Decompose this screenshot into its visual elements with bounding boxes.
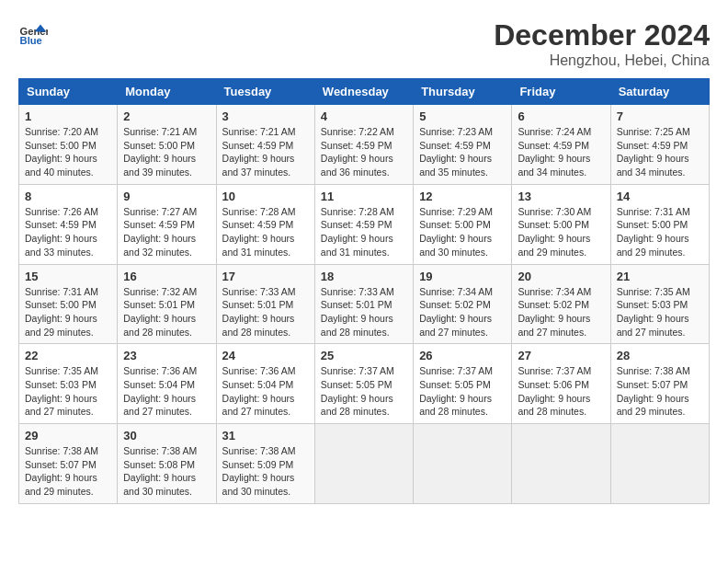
day-info: Sunrise: 7:36 AMSunset: 5:04 PMDaylight:… bbox=[222, 364, 309, 419]
calendar-cell: 29Sunrise: 7:38 AMSunset: 5:07 PMDayligh… bbox=[19, 424, 118, 504]
week-row-4: 22Sunrise: 7:35 AMSunset: 5:03 PMDayligh… bbox=[19, 344, 710, 424]
calendar-cell: 18Sunrise: 7:33 AMSunset: 5:01 PMDayligh… bbox=[314, 264, 413, 344]
day-number: 29 bbox=[25, 429, 111, 442]
calendar-cell: 7Sunrise: 7:25 AMSunset: 4:59 PMDaylight… bbox=[610, 105, 709, 185]
day-number: 31 bbox=[222, 429, 309, 442]
header-friday: Friday bbox=[512, 79, 610, 105]
header-wednesday: Wednesday bbox=[314, 79, 413, 105]
day-info: Sunrise: 7:24 AMSunset: 4:59 PMDaylight:… bbox=[518, 125, 604, 179]
day-number: 22 bbox=[25, 349, 111, 362]
header-sunday: Sunday bbox=[19, 79, 118, 105]
day-number: 14 bbox=[617, 190, 703, 203]
page-wrapper: General Blue December 2024 Hengzhou, Heb… bbox=[18, 18, 710, 504]
day-number: 20 bbox=[518, 270, 604, 283]
day-number: 5 bbox=[419, 109, 506, 123]
day-info: Sunrise: 7:28 AMSunset: 4:59 PMDaylight:… bbox=[321, 205, 407, 259]
day-info: Sunrise: 7:35 AMSunset: 5:03 PMDaylight:… bbox=[25, 364, 111, 419]
calendar-cell: 9Sunrise: 7:27 AMSunset: 4:59 PMDaylight… bbox=[118, 184, 216, 264]
day-number: 19 bbox=[419, 270, 506, 283]
day-info: Sunrise: 7:21 AMSunset: 5:00 PMDaylight:… bbox=[123, 125, 210, 179]
day-number: 27 bbox=[518, 349, 604, 362]
location: Hengzhou, Hebei, China bbox=[494, 52, 710, 69]
day-number: 13 bbox=[518, 190, 604, 203]
header-thursday: Thursday bbox=[414, 79, 512, 105]
day-number: 2 bbox=[123, 109, 210, 123]
header-monday: Monday bbox=[118, 79, 216, 105]
calendar-cell bbox=[512, 424, 610, 504]
calendar-cell: 17Sunrise: 7:33 AMSunset: 5:01 PMDayligh… bbox=[216, 264, 314, 344]
day-number: 26 bbox=[419, 349, 506, 362]
page-header: General Blue December 2024 Hengzhou, Heb… bbox=[18, 18, 710, 69]
day-info: Sunrise: 7:37 AMSunset: 5:05 PMDaylight:… bbox=[419, 364, 506, 419]
day-info: Sunrise: 7:37 AMSunset: 5:05 PMDaylight:… bbox=[321, 364, 407, 419]
day-info: Sunrise: 7:33 AMSunset: 5:01 PMDaylight:… bbox=[222, 285, 309, 339]
day-info: Sunrise: 7:38 AMSunset: 5:09 PMDaylight:… bbox=[222, 444, 309, 499]
day-number: 10 bbox=[222, 190, 309, 203]
calendar-cell bbox=[610, 424, 709, 504]
calendar-cell: 12Sunrise: 7:29 AMSunset: 5:00 PMDayligh… bbox=[414, 184, 512, 264]
week-row-2: 8Sunrise: 7:26 AMSunset: 4:59 PMDaylight… bbox=[19, 184, 710, 264]
calendar-cell: 13Sunrise: 7:30 AMSunset: 5:00 PMDayligh… bbox=[512, 184, 610, 264]
calendar-cell bbox=[414, 424, 512, 504]
day-info: Sunrise: 7:23 AMSunset: 4:59 PMDaylight:… bbox=[419, 125, 506, 179]
day-number: 25 bbox=[321, 349, 407, 362]
calendar-cell: 31Sunrise: 7:38 AMSunset: 5:09 PMDayligh… bbox=[216, 424, 314, 504]
day-info: Sunrise: 7:31 AMSunset: 5:00 PMDaylight:… bbox=[617, 205, 703, 259]
day-info: Sunrise: 7:20 AMSunset: 5:00 PMDaylight:… bbox=[25, 125, 111, 179]
day-number: 3 bbox=[222, 109, 309, 123]
day-info: Sunrise: 7:31 AMSunset: 5:00 PMDaylight:… bbox=[25, 285, 111, 339]
calendar-cell: 2Sunrise: 7:21 AMSunset: 5:00 PMDaylight… bbox=[118, 105, 216, 185]
day-info: Sunrise: 7:34 AMSunset: 5:02 PMDaylight:… bbox=[518, 285, 604, 339]
day-number: 4 bbox=[321, 109, 407, 123]
day-info: Sunrise: 7:33 AMSunset: 5:01 PMDaylight:… bbox=[321, 285, 407, 339]
calendar-cell: 14Sunrise: 7:31 AMSunset: 5:00 PMDayligh… bbox=[610, 184, 709, 264]
day-number: 28 bbox=[617, 349, 703, 362]
day-number: 7 bbox=[617, 109, 703, 123]
week-row-1: 1Sunrise: 7:20 AMSunset: 5:00 PMDaylight… bbox=[19, 105, 710, 185]
calendar-cell: 1Sunrise: 7:20 AMSunset: 5:00 PMDaylight… bbox=[19, 105, 118, 185]
day-info: Sunrise: 7:30 AMSunset: 5:00 PMDaylight:… bbox=[518, 205, 604, 259]
calendar-cell: 15Sunrise: 7:31 AMSunset: 5:00 PMDayligh… bbox=[19, 264, 118, 344]
calendar-cell: 30Sunrise: 7:38 AMSunset: 5:08 PMDayligh… bbox=[118, 424, 216, 504]
day-number: 15 bbox=[25, 270, 111, 283]
day-number: 21 bbox=[617, 270, 703, 283]
day-info: Sunrise: 7:34 AMSunset: 5:02 PMDaylight:… bbox=[419, 285, 506, 339]
calendar-cell: 11Sunrise: 7:28 AMSunset: 4:59 PMDayligh… bbox=[314, 184, 413, 264]
day-info: Sunrise: 7:32 AMSunset: 5:01 PMDaylight:… bbox=[123, 285, 210, 339]
calendar-cell: 28Sunrise: 7:38 AMSunset: 5:07 PMDayligh… bbox=[610, 344, 709, 424]
svg-text:Blue: Blue bbox=[20, 35, 42, 46]
logo-icon: General Blue bbox=[18, 18, 48, 48]
day-number: 11 bbox=[321, 190, 407, 203]
calendar-cell: 20Sunrise: 7:34 AMSunset: 5:02 PMDayligh… bbox=[512, 264, 610, 344]
day-info: Sunrise: 7:38 AMSunset: 5:07 PMDaylight:… bbox=[25, 444, 111, 499]
calendar-cell: 5Sunrise: 7:23 AMSunset: 4:59 PMDaylight… bbox=[414, 105, 512, 185]
month-title: December 2024 bbox=[494, 18, 710, 52]
calendar-cell: 25Sunrise: 7:37 AMSunset: 5:05 PMDayligh… bbox=[314, 344, 413, 424]
calendar-cell: 24Sunrise: 7:36 AMSunset: 5:04 PMDayligh… bbox=[216, 344, 314, 424]
day-number: 23 bbox=[123, 349, 210, 362]
day-info: Sunrise: 7:22 AMSunset: 4:59 PMDaylight:… bbox=[321, 125, 407, 179]
week-row-3: 15Sunrise: 7:31 AMSunset: 5:00 PMDayligh… bbox=[19, 264, 710, 344]
calendar-cell: 16Sunrise: 7:32 AMSunset: 5:01 PMDayligh… bbox=[118, 264, 216, 344]
day-info: Sunrise: 7:27 AMSunset: 4:59 PMDaylight:… bbox=[123, 205, 210, 259]
day-info: Sunrise: 7:35 AMSunset: 5:03 PMDaylight:… bbox=[617, 285, 703, 339]
day-info: Sunrise: 7:25 AMSunset: 4:59 PMDaylight:… bbox=[617, 125, 703, 179]
calendar-cell: 8Sunrise: 7:26 AMSunset: 4:59 PMDaylight… bbox=[19, 184, 118, 264]
calendar-cell: 19Sunrise: 7:34 AMSunset: 5:02 PMDayligh… bbox=[414, 264, 512, 344]
header-saturday: Saturday bbox=[610, 79, 709, 105]
day-number: 17 bbox=[222, 270, 309, 283]
calendar-cell: 4Sunrise: 7:22 AMSunset: 4:59 PMDaylight… bbox=[314, 105, 413, 185]
day-info: Sunrise: 7:36 AMSunset: 5:04 PMDaylight:… bbox=[123, 364, 210, 419]
calendar-cell: 10Sunrise: 7:28 AMSunset: 4:59 PMDayligh… bbox=[216, 184, 314, 264]
day-info: Sunrise: 7:38 AMSunset: 5:07 PMDaylight:… bbox=[617, 364, 703, 419]
logo: General Blue bbox=[18, 18, 48, 48]
day-info: Sunrise: 7:28 AMSunset: 4:59 PMDaylight:… bbox=[222, 205, 309, 259]
day-number: 24 bbox=[222, 349, 309, 362]
calendar-cell bbox=[314, 424, 413, 504]
calendar-cell: 26Sunrise: 7:37 AMSunset: 5:05 PMDayligh… bbox=[414, 344, 512, 424]
day-info: Sunrise: 7:29 AMSunset: 5:00 PMDaylight:… bbox=[419, 205, 506, 259]
day-number: 16 bbox=[123, 270, 210, 283]
day-number: 6 bbox=[518, 109, 604, 123]
day-number: 18 bbox=[321, 270, 407, 283]
weekday-header-row: Sunday Monday Tuesday Wednesday Thursday… bbox=[19, 79, 710, 105]
